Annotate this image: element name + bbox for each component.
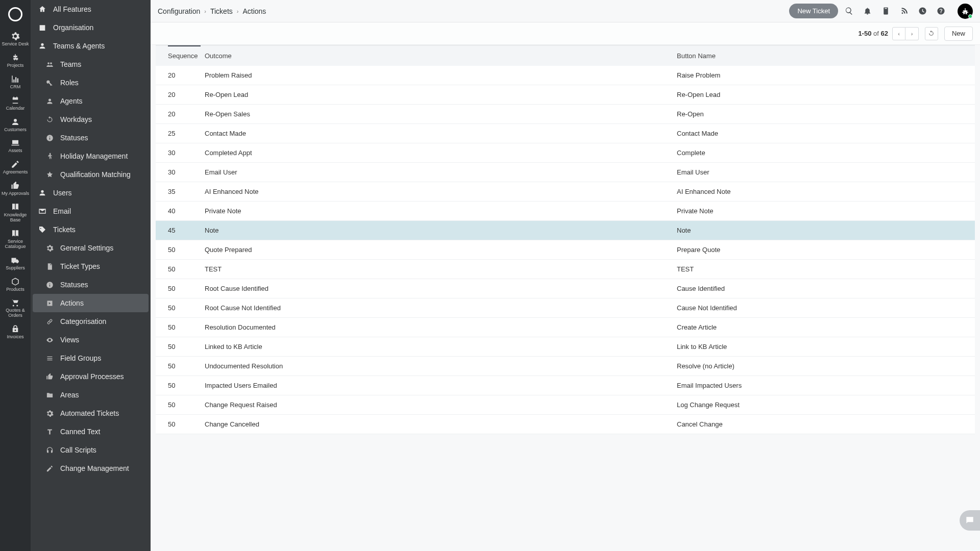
truck-icon <box>11 256 20 265</box>
sidebar-item[interactable]: Automated Tickets <box>31 404 151 422</box>
column-header-button-name[interactable]: Button Name <box>677 52 963 60</box>
person-icon <box>45 96 54 106</box>
sidebar-item[interactable]: Approval Processes <box>31 367 151 386</box>
breadcrumb-item[interactable]: Actions <box>242 7 266 15</box>
table-row[interactable]: 25Contact MadeContact Made <box>156 124 975 143</box>
new-button[interactable]: New <box>944 27 973 41</box>
sidebar-nav: All FeaturesOrganisationTeams & AgentsTe… <box>31 0 151 551</box>
cell-outcome: Problem Raised <box>205 71 677 79</box>
rail-item[interactable]: Quotes & Orders <box>0 295 31 321</box>
table-row[interactable]: 50Resolution DocumentedCreate Article <box>156 318 975 337</box>
sidebar-item[interactable]: Field Groups <box>31 349 151 367</box>
sidebar-item[interactable]: Qualification Matching <box>31 165 151 184</box>
help-icon[interactable] <box>936 7 945 16</box>
column-header-sequence[interactable]: Sequence <box>168 52 205 60</box>
sidebar-item[interactable]: Views <box>31 331 151 349</box>
sidebar-item[interactable]: General Settings <box>31 239 151 257</box>
sidebar-item-label: All Features <box>53 5 144 13</box>
search-icon[interactable] <box>844 7 853 16</box>
rail-item[interactable]: Service Desk <box>0 29 31 50</box>
refresh-button[interactable] <box>925 27 938 40</box>
sidebar-item[interactable]: Statuses <box>31 129 151 147</box>
prev-page-button[interactable]: ‹ <box>892 27 905 40</box>
sidebar-item[interactable]: Statuses <box>31 276 151 294</box>
sidebar-item[interactable]: Organisation <box>31 18 151 37</box>
sidebar-item[interactable]: Change Management <box>31 459 151 478</box>
sidebar-item[interactable]: Workdays <box>31 110 151 129</box>
sidebar-item[interactable]: Teams <box>31 55 151 73</box>
rail-item[interactable]: Projects <box>0 50 31 71</box>
key-icon <box>45 78 54 87</box>
table-row[interactable]: 50Quote PreparedPrepare Quote <box>156 240 975 260</box>
cell-sequence: 50 <box>168 304 205 312</box>
table-row[interactable]: 50Change CancelledCancel Change <box>156 415 975 434</box>
table-row[interactable]: 50Root Cause Not IdentifiedCause Not Ide… <box>156 298 975 318</box>
sidebar-item[interactable]: Call Scripts <box>31 441 151 459</box>
sidebar-item[interactable]: Email <box>31 202 151 220</box>
sidebar-item[interactable]: Canned Text <box>31 422 151 441</box>
sidebar-item[interactable]: All Features <box>31 0 151 18</box>
rail-item[interactable]: Products <box>0 274 31 295</box>
rail-item[interactable]: Knowledge Base <box>0 199 31 226</box>
rss-icon[interactable] <box>899 7 909 16</box>
cell-sequence: 50 <box>168 265 205 273</box>
cal-icon <box>11 96 20 105</box>
sidebar-item[interactable]: Actions <box>33 294 149 312</box>
table-row[interactable]: 20Re-Open SalesRe-Open <box>156 105 975 124</box>
sidebar-item[interactable]: Roles <box>31 73 151 92</box>
table-row[interactable]: 50Linked to KB ArticleLink to KB Article <box>156 337 975 357</box>
table-row[interactable]: 50Root Cause IdentifiedCause Identified <box>156 279 975 298</box>
table-row[interactable]: 50Undocumented ResolutionResolve (no Art… <box>156 357 975 376</box>
table-row[interactable]: 30Email UserEmail User <box>156 163 975 182</box>
rail-item[interactable]: Suppliers <box>0 253 31 274</box>
user-avatar[interactable] <box>958 4 973 19</box>
rail-item[interactable]: Invoices <box>0 321 31 343</box>
table-row[interactable]: 50Change Request RaisedLog Change Reques… <box>156 395 975 415</box>
sidebar-item[interactable]: Tickets <box>31 220 151 239</box>
table-row[interactable]: 20Re-Open LeadRe-Open Lead <box>156 85 975 105</box>
cell-button-name: Cancel Change <box>677 420 963 428</box>
table-row[interactable]: 45NoteNote <box>156 221 975 240</box>
list-icon <box>45 354 54 363</box>
sidebar-item[interactable]: Areas <box>31 386 151 404</box>
table-row[interactable]: 50Impacted Users EmailedEmail Impacted U… <box>156 376 975 395</box>
column-header-outcome[interactable]: Outcome <box>205 52 677 60</box>
app-logo[interactable] <box>8 7 22 21</box>
breadcrumb-item[interactable]: Configuration <box>158 7 200 15</box>
sidebar-item[interactable]: Agents <box>31 92 151 110</box>
next-page-button[interactable]: › <box>905 27 919 40</box>
cash-icon <box>11 324 20 334</box>
rail-item[interactable]: Assets <box>0 135 31 157</box>
sidebar-item-label: Tickets <box>53 226 144 234</box>
rail-item-label: Knowledge Base <box>1 213 30 223</box>
rail-item[interactable]: Agreements <box>0 157 31 178</box>
sidebar-item[interactable]: Users <box>31 184 151 202</box>
rail-item[interactable]: Calendar <box>0 93 31 114</box>
rail-item-label: Quotes & Orders <box>1 308 30 318</box>
cell-button-name: Raise Problem <box>677 71 963 79</box>
thumb-icon <box>45 372 54 381</box>
sidebar-item[interactable]: Holiday Management <box>31 147 151 165</box>
table-row[interactable]: 50TESTTEST <box>156 260 975 279</box>
icon-rail: Service DeskProjectsCRMCalendarCustomers… <box>0 0 31 551</box>
clock-icon[interactable] <box>918 7 927 16</box>
new-ticket-button[interactable]: New Ticket <box>789 4 838 18</box>
table-row[interactable]: 35AI Enhanced NoteAI Enhanced Note <box>156 182 975 202</box>
clipboard-icon[interactable] <box>881 7 890 16</box>
table-row[interactable]: 30Completed ApptComplete <box>156 143 975 163</box>
chat-fab[interactable] <box>960 510 980 531</box>
rail-item[interactable]: Customers <box>0 114 31 136</box>
rail-item-label: CRM <box>10 85 21 90</box>
sidebar-item-label: Statuses <box>60 134 144 142</box>
sidebar-item[interactable]: Teams & Agents <box>31 37 151 55</box>
rail-item[interactable]: My Approvals <box>0 178 31 199</box>
bell-icon[interactable] <box>863 7 872 16</box>
breadcrumb-item[interactable]: Tickets <box>210 7 233 15</box>
sidebar-item-label: Change Management <box>60 464 144 472</box>
table-row[interactable]: 20Problem RaisedRaise Problem <box>156 66 975 85</box>
rail-item[interactable]: CRM <box>0 71 31 93</box>
sidebar-item[interactable]: Ticket Types <box>31 257 151 276</box>
rail-item[interactable]: Service Catalogue <box>0 226 31 253</box>
table-row[interactable]: 40Private NotePrivate Note <box>156 202 975 221</box>
sidebar-item[interactable]: Categorisation <box>31 312 151 331</box>
